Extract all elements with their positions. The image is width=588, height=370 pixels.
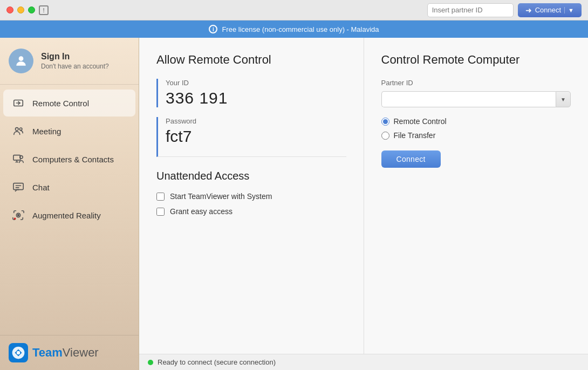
svg-rect-4 <box>13 155 20 160</box>
remote-control-radio-label[interactable]: Remote Control <box>394 117 447 126</box>
partner-id-label: Partner ID <box>381 79 571 87</box>
status-text: Ready to connect (secure connection) <box>158 358 276 366</box>
nav-items: Remote Control Meeting <box>0 85 139 335</box>
warning-icon: ! <box>39 5 49 15</box>
info-icon: i <box>209 25 217 33</box>
your-id-section: Your ID 336 191 <box>156 79 346 107</box>
brand-name: TeamViewer <box>32 346 99 360</box>
title-bar-actions: ➜ Connect ▼ <box>427 3 582 17</box>
grant-easy-access-checkbox[interactable] <box>156 208 165 216</box>
partner-id-field[interactable] <box>381 91 556 107</box>
teamviewer-logo: TeamViewer <box>9 343 99 362</box>
your-id-value: 336 191 <box>166 89 346 107</box>
user-info: Sign In Don't have an account? <box>41 52 109 70</box>
remote-control-radio[interactable] <box>381 118 389 126</box>
unattended-title: Unattended Access <box>156 170 346 182</box>
sidebar-item-chat[interactable]: Chat <box>3 174 135 201</box>
svg-point-9 <box>14 218 16 220</box>
svg-point-0 <box>19 56 24 61</box>
connection-type-radio-group: Remote Control File Transfer <box>381 117 571 140</box>
password-value: fct7 <box>166 127 346 146</box>
password-section: Password fct7 <box>156 117 346 157</box>
top-connect-button[interactable]: ➜ Connect ▼ <box>518 3 582 17</box>
remote-control-label: Remote Control <box>32 99 89 108</box>
status-indicator <box>148 360 153 365</box>
file-transfer-radio[interactable] <box>381 132 389 140</box>
status-bar: Ready to connect (secure connection) <box>139 354 588 370</box>
brand-viewer: Viewer <box>63 346 99 359</box>
title-bar-warning: ! <box>39 5 49 15</box>
file-transfer-radio-row: File Transfer <box>381 131 571 140</box>
computers-contacts-icon <box>12 153 25 166</box>
sidebar-item-remote-control[interactable]: Remote Control <box>3 90 135 117</box>
user-section: Sign In Don't have an account? <box>0 38 139 85</box>
connect-dropdown-arrow[interactable]: ▼ <box>564 7 574 13</box>
grant-easy-access-row: Grant easy access <box>156 207 346 216</box>
main-layout: Sign In Don't have an account? Remote Co… <box>0 38 588 370</box>
allow-remote-title: Allow Remote Control <box>156 53 346 67</box>
password-label: Password <box>166 117 346 125</box>
license-banner: i Free license (non-commercial use only)… <box>0 20 588 38</box>
minimize-button[interactable] <box>17 6 24 13</box>
start-teamviewer-row: Start TeamViewer with System <box>156 192 346 201</box>
allow-remote-control-panel: Allow Remote Control Your ID 336 191 Pas… <box>139 38 364 354</box>
avatar[interactable] <box>9 49 33 73</box>
control-remote-title: Control Remote Computer <box>381 53 571 67</box>
traffic-lights: ! <box>6 5 49 15</box>
tv-icon <box>9 343 28 362</box>
start-teamviewer-label[interactable]: Start TeamViewer with System <box>170 192 272 201</box>
top-connect-label: Connect <box>535 6 561 14</box>
augmented-reality-label: Augmented Reality <box>32 211 101 220</box>
meeting-icon <box>12 125 25 138</box>
svg-rect-6 <box>13 183 23 190</box>
connect-button[interactable]: Connect <box>381 150 441 168</box>
partner-id-dropdown-arrow[interactable]: ▼ <box>556 91 571 107</box>
sidebar-item-computers-contacts[interactable]: Computers & Contacts <box>3 146 135 173</box>
content-panels: Allow Remote Control Your ID 336 191 Pas… <box>139 38 588 354</box>
remote-control-icon <box>12 97 25 109</box>
chat-label: Chat <box>32 183 50 192</box>
grant-easy-access-label[interactable]: Grant easy access <box>170 207 233 216</box>
control-remote-computer-panel: Control Remote Computer Partner ID ▼ Rem… <box>364 38 589 354</box>
brand-team: Team <box>32 346 63 359</box>
license-text: Free license (non-commercial use only) -… <box>222 25 379 33</box>
sidebar-item-augmented-reality[interactable]: Augmented Reality <box>3 202 135 229</box>
maximize-button[interactable] <box>28 6 35 13</box>
svg-point-11 <box>17 351 20 355</box>
start-teamviewer-checkbox[interactable] <box>156 193 165 201</box>
sidebar-bottom: TeamViewer <box>0 335 139 370</box>
close-button[interactable] <box>6 6 13 13</box>
remote-control-radio-row: Remote Control <box>381 117 571 126</box>
sign-in-label[interactable]: Sign In <box>41 52 109 61</box>
title-bar: ! ➜ Connect ▼ <box>0 0 588 20</box>
sidebar: Sign In Don't have an account? Remote Co… <box>0 38 139 370</box>
file-transfer-radio-label[interactable]: File Transfer <box>394 131 436 140</box>
your-id-label: Your ID <box>166 79 346 87</box>
svg-point-8 <box>18 215 19 216</box>
sidebar-item-meeting[interactable]: Meeting <box>3 118 135 145</box>
connect-arrow-icon: ➜ <box>525 6 532 15</box>
no-account-label[interactable]: Don't have an account? <box>41 63 109 70</box>
svg-point-2 <box>16 128 19 131</box>
chat-icon <box>12 181 25 194</box>
meeting-label: Meeting <box>32 127 61 136</box>
content-area: Allow Remote Control Your ID 336 191 Pas… <box>139 38 588 370</box>
augmented-reality-icon <box>12 209 25 222</box>
computers-contacts-label: Computers & Contacts <box>32 155 114 164</box>
partner-id-field-container: ▼ <box>381 91 571 107</box>
svg-point-3 <box>19 128 22 131</box>
top-partner-id-input[interactable] <box>427 3 514 17</box>
